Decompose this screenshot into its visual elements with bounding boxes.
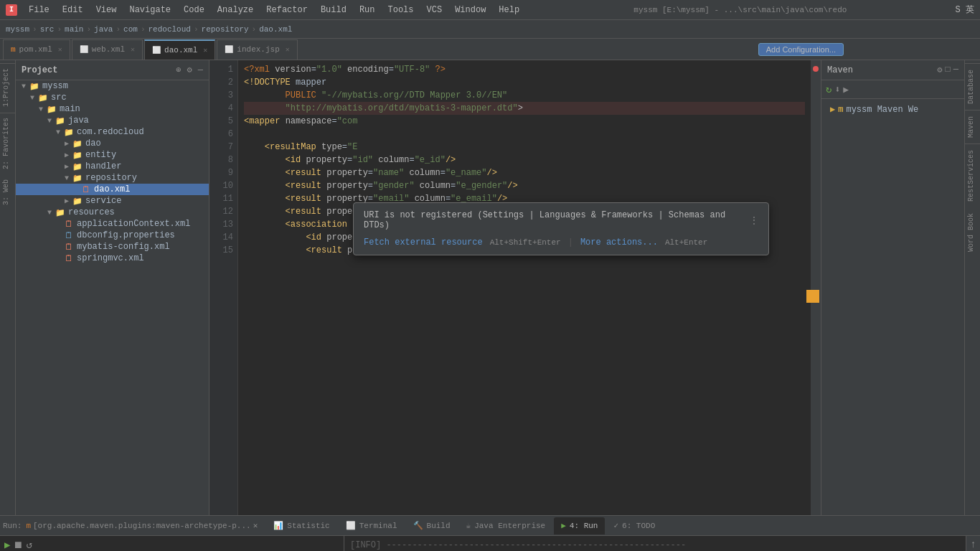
- maven-download-icon[interactable]: ⬇: [834, 84, 840, 95]
- run-config-close[interactable]: ✕: [253, 521, 258, 530]
- tab-label-jsp: index.jsp: [237, 45, 279, 54]
- tab-todo[interactable]: ✓ 6: TODO: [606, 517, 662, 534]
- tree-main[interactable]: ▼ 📁 main: [16, 103, 209, 115]
- file-icon-springmvc: 🗒: [63, 254, 75, 263]
- menu-window[interactable]: Window: [449, 4, 491, 17]
- menu-vcs[interactable]: VCS: [421, 4, 448, 17]
- vtab-wordbook[interactable]: Word Book: [965, 207, 980, 258]
- tree-service[interactable]: ▶ 📁 service: [16, 195, 209, 207]
- maven-project-label: myssm Maven We: [846, 105, 918, 115]
- menu-tools[interactable]: Tools: [382, 4, 420, 17]
- sidebar-title: Project: [22, 65, 57, 75]
- menu-build[interactable]: Build: [315, 4, 352, 17]
- breadcrumb: myssm › src › main › java › com › redocl…: [0, 20, 980, 39]
- tree-label-service: service: [85, 196, 121, 206]
- sidebar-vtab-favorites[interactable]: 2: Favorites: [0, 113, 15, 174]
- vtab-maven[interactable]: Maven: [965, 110, 980, 143]
- tree-comredocloud[interactable]: ▼ 📁 com.redocloud: [16, 126, 209, 138]
- tree-springmvc[interactable]: 🗒 springmvc.xml: [16, 253, 209, 264]
- bc-main[interactable]: main: [65, 25, 83, 34]
- maven-minimize-icon[interactable]: —: [953, 65, 958, 75]
- tree-label-comredocloud: com.redocloud: [77, 127, 144, 137]
- code-area[interactable]: <?xml version="1.0" encoding="UTF-8" ?> …: [238, 60, 811, 515]
- tree-src[interactable]: ▼ 📁 src: [16, 92, 209, 103]
- tab-statistic[interactable]: 📊 Statistic: [266, 517, 336, 534]
- popup-more-actions-link[interactable]: More actions...: [580, 237, 658, 248]
- run-config-icon: m: [26, 522, 31, 530]
- tab-webxml[interactable]: ⬜ web.xml ✕: [72, 39, 143, 60]
- tab-javaenterprise[interactable]: ☕ Java Enterprise: [459, 517, 553, 534]
- menu-analyze[interactable]: Analyze: [212, 4, 259, 17]
- tab-close-dao[interactable]: ✕: [203, 46, 207, 55]
- terminal-icon: ⬜: [346, 521, 356, 530]
- tab-close-pom[interactable]: ✕: [58, 45, 62, 54]
- tree-dbconfig[interactable]: 🗒 dbconfig.properties: [16, 230, 209, 241]
- tab-label-terminal: Terminal: [359, 522, 397, 530]
- bc-redocloud[interactable]: redocloud: [149, 25, 191, 34]
- file-tab-bar: m pom.xml ✕ ⬜ web.xml ✕ ⬜ dao.xml ✕ ⬜ in…: [0, 39, 980, 60]
- tab-label-web: web.xml: [92, 45, 125, 54]
- sidebar-icon-scope[interactable]: ⊕: [176, 65, 181, 75]
- scroll-up-icon[interactable]: ↑: [970, 539, 976, 550]
- maven-project-item[interactable]: ▶ m myssm Maven We: [824, 102, 961, 117]
- line-numbers: ● 12345 678910 1112131415: [209, 60, 238, 515]
- tree-daoxml-file[interactable]: 🗒 dao.xml: [16, 184, 209, 195]
- vtab-restservices[interactable]: RestServices: [965, 143, 980, 207]
- tree-mybatis[interactable]: 🗒 mybatis-config.xml: [16, 241, 209, 253]
- menu-edit[interactable]: Edit: [57, 4, 89, 17]
- code-line-6: [244, 128, 805, 141]
- menu-run[interactable]: Run: [354, 4, 381, 17]
- menu-view[interactable]: View: [90, 4, 123, 17]
- menu-refactor[interactable]: Refactor: [260, 4, 314, 17]
- maven-settings-icon[interactable]: ⚙: [937, 65, 942, 75]
- tree-resources[interactable]: ▼ 📁 resources: [16, 207, 209, 218]
- sidebar-vtab-project[interactable]: 1:Project: [0, 63, 15, 111]
- tree-java[interactable]: ▼ 📁 java: [16, 115, 209, 126]
- bc-com[interactable]: com: [123, 25, 138, 34]
- tab-indexjsp[interactable]: ⬜ index.jsp ✕: [217, 39, 297, 60]
- bc-src[interactable]: src: [40, 25, 55, 34]
- run-rerun-icon[interactable]: ↺: [26, 539, 32, 551]
- sidebar-icon-minimize[interactable]: —: [198, 65, 203, 75]
- tab-build[interactable]: 🔨 Build: [406, 517, 458, 534]
- menu-code[interactable]: Code: [178, 4, 210, 17]
- sidebar-vtab-web[interactable]: 3: Web: [0, 175, 15, 209]
- tree-handler[interactable]: ▶ 📁 handler: [16, 161, 209, 172]
- tab-close-jsp[interactable]: ✕: [286, 45, 290, 54]
- menu-help[interactable]: Help: [493, 4, 525, 17]
- tree-repository[interactable]: ▼ 📁 repository: [16, 172, 209, 184]
- popup-more-icon[interactable]: ⋮: [750, 215, 758, 226]
- build-icon: 🔨: [413, 521, 423, 530]
- tree-label-main: main: [60, 104, 80, 114]
- tree-entity[interactable]: ▶ 📁 entity: [16, 149, 209, 161]
- maven-run-icon[interactable]: ▶: [843, 84, 849, 95]
- popup-fetch-link[interactable]: Fetch external resource: [364, 237, 483, 248]
- maven-content: ▶ m myssm Maven We: [821, 99, 964, 120]
- menu-navigate[interactable]: Navigate: [123, 4, 176, 17]
- tree-dao[interactable]: ▶ 📁 dao: [16, 138, 209, 149]
- run-play-icon[interactable]: ▶: [4, 539, 10, 551]
- tab-close-web[interactable]: ✕: [131, 45, 135, 54]
- run-config-label: m [org.apache.maven.plugins:maven-archet…: [26, 521, 258, 530]
- tab-terminal[interactable]: ⬜ Terminal: [339, 517, 405, 534]
- tree-myssm[interactable]: ▼ 📁 myssm: [16, 80, 209, 92]
- maven-refresh-icon[interactable]: ↻: [826, 83, 831, 95]
- app-icon: I: [6, 4, 17, 16]
- bc-myssm[interactable]: myssm: [6, 25, 29, 34]
- tree-appcontext[interactable]: 🗒 applicationContext.xml: [16, 218, 209, 230]
- folder-icon-handler: 📁: [72, 162, 83, 171]
- vtab-database[interactable]: Database: [965, 63, 980, 110]
- bc-daoxml[interactable]: dao.xml: [259, 25, 292, 34]
- tab-run[interactable]: ▶ 4: Run: [554, 517, 605, 534]
- run-stop-icon[interactable]: ⏹: [13, 540, 23, 551]
- sidebar-icon-gear[interactable]: ⚙: [187, 65, 192, 75]
- bc-repository[interactable]: repository: [202, 25, 249, 34]
- tab-pomxml[interactable]: m pom.xml ✕: [3, 39, 70, 60]
- maven-maximize-icon[interactable]: □: [946, 65, 951, 75]
- bc-java[interactable]: java: [94, 25, 113, 34]
- folder-icon-myssm: 📁: [29, 82, 40, 90]
- menu-file[interactable]: File: [23, 4, 55, 17]
- tab-daoxml[interactable]: ⬜ dao.xml ✕: [144, 39, 215, 60]
- add-configuration-button[interactable]: Add Configuration...: [758, 43, 844, 56]
- folder-icon-service: 📁: [72, 197, 83, 205]
